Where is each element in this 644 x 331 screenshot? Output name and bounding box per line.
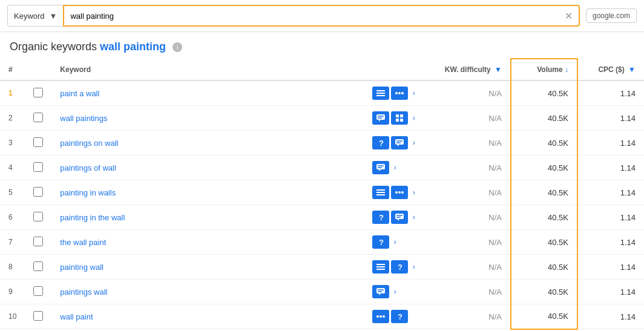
chat-button[interactable] (391, 211, 408, 224)
svg-rect-23 (376, 189, 385, 191)
row-expand-chevron[interactable]: › (410, 136, 418, 149)
chat-button[interactable] (372, 111, 389, 125)
col-header-keyword[interactable]: Keyword (51, 59, 363, 80)
action-buttons-cell: ?› (364, 131, 436, 156)
col-header-num: # (0, 59, 25, 80)
cpc-cell: 1.14 (577, 304, 644, 329)
row-expand-chevron[interactable]: › (410, 260, 418, 274)
keyword-link[interactable]: painting in the wall (60, 213, 125, 222)
question-button[interactable]: ? (372, 211, 389, 224)
keyword-cell: paintings wall (51, 280, 363, 304)
svg-marker-20 (378, 169, 380, 171)
row-checkbox[interactable] (33, 162, 43, 172)
svg-rect-19 (376, 164, 385, 169)
svg-text:?: ? (379, 213, 384, 221)
row-expand-chevron[interactable]: › (410, 211, 418, 224)
col-header-kwdiff[interactable]: KW. difficulty ▼ (436, 59, 511, 80)
svg-point-44 (380, 315, 382, 318)
svg-rect-30 (395, 214, 404, 219)
row-expand-chevron[interactable]: › (410, 87, 418, 100)
row-number: 6 (0, 205, 25, 230)
keyword-link[interactable]: paintings wall (60, 287, 107, 297)
row-checkbox-cell (25, 280, 51, 304)
svg-text:?: ? (398, 263, 402, 271)
keyword-link[interactable]: wall paint (60, 312, 93, 321)
svg-point-27 (398, 191, 401, 194)
row-number: 1 (0, 80, 25, 106)
row-checkbox[interactable] (33, 311, 43, 321)
table-row: 1paint a wall›N/A40.5K1.14 (0, 80, 644, 106)
keyword-link[interactable]: wall paintings (60, 114, 107, 123)
row-checkbox[interactable] (33, 187, 43, 197)
row-checkbox[interactable] (33, 88, 43, 97)
keywords-table-container: # Keyword KW. difficulty ▼ Volume ↓ CPC … (0, 58, 644, 330)
row-expand-chevron[interactable]: › (391, 161, 399, 174)
keyword-dropdown[interactable]: Keyword ▼ (7, 5, 63, 27)
kw-difficulty-cell: N/A (436, 80, 511, 106)
row-checkbox[interactable] (33, 137, 43, 147)
keyword-cell: paintings of wall (51, 156, 363, 180)
svg-point-5 (401, 92, 404, 94)
row-checkbox-cell (25, 304, 51, 329)
row-checkbox[interactable] (33, 212, 43, 221)
svg-rect-6 (376, 114, 385, 120)
table-row: 7the wall paint?›N/A40.5K1.14 (0, 230, 644, 255)
cpc-cell: 1.14 (577, 230, 644, 255)
svg-rect-24 (376, 192, 385, 193)
list-button[interactable] (372, 260, 389, 274)
keyword-dropdown-label: Keyword (14, 11, 45, 21)
col-header-volume[interactable]: Volume ↓ (511, 59, 577, 80)
chat-button[interactable] (372, 285, 389, 298)
row-checkbox[interactable] (33, 261, 43, 271)
action-buttons-cell: ?› (364, 255, 436, 280)
row-number: 3 (0, 131, 25, 156)
keyword-cell: wall paintings (51, 106, 363, 131)
chat-button[interactable] (391, 136, 408, 149)
row-expand-chevron[interactable]: › (391, 285, 399, 298)
info-icon[interactable]: i (172, 42, 182, 52)
keyword-link[interactable]: paintings of wall (60, 163, 116, 172)
svg-text:?: ? (379, 238, 384, 246)
svg-rect-36 (376, 266, 385, 267)
dots-button[interactable] (372, 310, 389, 323)
keyword-link[interactable]: painting in walls (60, 188, 116, 197)
question-button[interactable]: ? (391, 260, 408, 274)
dots-button[interactable] (391, 186, 408, 199)
svg-rect-13 (400, 119, 403, 122)
row-checkbox[interactable] (33, 113, 43, 122)
svg-marker-40 (378, 293, 380, 295)
row-checkbox[interactable] (33, 237, 43, 246)
volume-cell: 40.5K (511, 131, 577, 156)
col-header-cpc[interactable]: CPC ($) ▼ (577, 59, 644, 80)
row-checkbox[interactable] (33, 286, 43, 296)
keyword-link[interactable]: the wall paint (60, 238, 106, 247)
kw-difficulty-cell: N/A (436, 180, 511, 205)
dots-button[interactable] (391, 87, 408, 100)
search-input[interactable] (64, 11, 559, 21)
cpc-cell: 1.14 (577, 180, 644, 205)
svg-rect-2 (376, 95, 385, 96)
svg-rect-39 (376, 288, 385, 293)
table-row: 8painting wall?›N/A40.5K1.14 (0, 255, 644, 280)
bars-button[interactable] (372, 87, 389, 100)
row-number: 7 (0, 230, 25, 255)
keyword-link[interactable]: paintings on wall (60, 139, 118, 148)
chat-button[interactable] (372, 161, 389, 174)
clear-icon[interactable]: ✕ (559, 10, 579, 22)
row-expand-chevron[interactable]: › (410, 186, 418, 199)
row-checkbox-cell (25, 80, 51, 106)
question-button[interactable]: ? (372, 136, 389, 149)
svg-marker-7 (378, 120, 380, 122)
row-expand-chevron[interactable]: › (391, 235, 399, 249)
row-expand-chevron[interactable]: › (410, 111, 418, 125)
question-button[interactable]: ? (372, 235, 389, 249)
row-checkbox-cell (25, 230, 51, 255)
list-button[interactable] (372, 186, 389, 199)
svg-marker-16 (397, 145, 399, 146)
question-button[interactable]: ? (391, 310, 408, 323)
keyword-link[interactable]: painting wall (60, 263, 104, 272)
volume-cell: 40.5K (511, 255, 577, 280)
grid-button[interactable] (391, 111, 408, 125)
kw-difficulty-cell: N/A (436, 131, 511, 156)
keyword-link[interactable]: paint a wall (60, 89, 99, 98)
